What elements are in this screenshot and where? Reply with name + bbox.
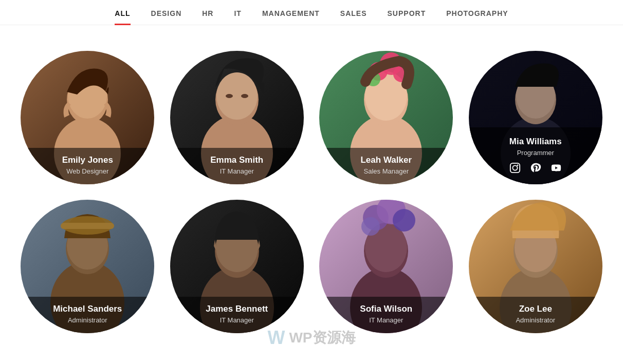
member-name: Emma Smith <box>175 155 299 165</box>
svg-point-24 <box>517 165 518 166</box>
social-icons-mia <box>474 161 597 175</box>
card-overlay-michael: Michael SandersAdministrator <box>21 297 154 333</box>
member-role: Web Designer <box>26 167 149 175</box>
member-name: Mia Williams <box>474 137 597 147</box>
team-card-michael[interactable]: Michael SandersAdministrator <box>21 200 154 333</box>
member-name: James Bennett <box>175 304 299 314</box>
svg-point-42 <box>361 217 380 236</box>
card-overlay-mia: Mia WilliamsProgrammer <box>469 127 602 184</box>
svg-point-41 <box>393 209 415 232</box>
card-overlay-james: James BennettIT Manager <box>170 297 304 333</box>
tab-sales[interactable]: SALES <box>340 9 367 25</box>
svg-rect-30 <box>61 223 114 229</box>
team-card-leah[interactable]: Leah WalkerSales Manager <box>319 51 453 184</box>
svg-point-8 <box>226 94 233 98</box>
team-card-zoe[interactable]: Zoe LeeAdministrator <box>469 200 602 333</box>
member-name: Leah Walker <box>324 155 448 165</box>
card-overlay-sofia: Sofia WilsonIT Manager <box>319 297 453 333</box>
pinterest-icon[interactable] <box>528 161 543 175</box>
member-name: Emily Jones <box>26 155 149 165</box>
tab-management[interactable]: MANAGEMENT <box>262 9 320 25</box>
svg-rect-22 <box>510 163 520 173</box>
member-role: Administrator <box>26 316 149 324</box>
svg-point-23 <box>512 165 517 170</box>
member-role: IT Manager <box>175 167 299 175</box>
member-name: Sofia Wilson <box>324 304 448 314</box>
tab-support[interactable]: SUPPORT <box>388 9 426 25</box>
card-overlay-leah: Leah WalkerSales Manager <box>319 148 453 184</box>
youtube-icon[interactable] <box>549 161 563 175</box>
member-role: Programmer <box>474 149 597 157</box>
team-card-james[interactable]: James BennettIT Manager <box>170 200 304 333</box>
member-role: Administrator <box>474 316 597 324</box>
svg-point-7 <box>216 72 258 120</box>
member-role: IT Manager <box>324 316 448 324</box>
tab-photography[interactable]: PHOTOGRAPHY <box>446 9 508 25</box>
card-overlay-zoe: Zoe LeeAdministrator <box>469 297 602 333</box>
card-overlay-emma: Emma SmithIT Manager <box>170 148 304 184</box>
team-card-emily[interactable]: Emily JonesWeb Designer <box>21 51 154 184</box>
member-name: Zoe Lee <box>474 304 597 314</box>
member-role: Sales Manager <box>324 167 448 175</box>
team-card-mia[interactable]: Mia WilliamsProgrammer <box>469 51 602 184</box>
member-role: IT Manager <box>175 316 299 324</box>
tab-all[interactable]: ALL <box>115 9 130 25</box>
tab-it[interactable]: IT <box>234 9 241 25</box>
tab-design[interactable]: DESIGN <box>151 9 182 25</box>
card-overlay-emily: Emily JonesWeb Designer <box>21 148 154 184</box>
instagram-icon[interactable] <box>508 161 522 175</box>
team-card-sofia[interactable]: Sofia WilsonIT Manager <box>319 200 453 333</box>
team-grid-main: Emily JonesWeb Designer Emma SmithIT Man… <box>0 25 623 354</box>
svg-point-9 <box>241 94 248 98</box>
category-nav: ALLDESIGNHRITMANAGEMENTSALESSUPPORTPHOTO… <box>0 0 623 25</box>
member-name: Michael Sanders <box>26 304 149 314</box>
team-card-emma[interactable]: Emma SmithIT Manager <box>170 51 304 184</box>
tab-hr[interactable]: HR <box>202 9 213 25</box>
